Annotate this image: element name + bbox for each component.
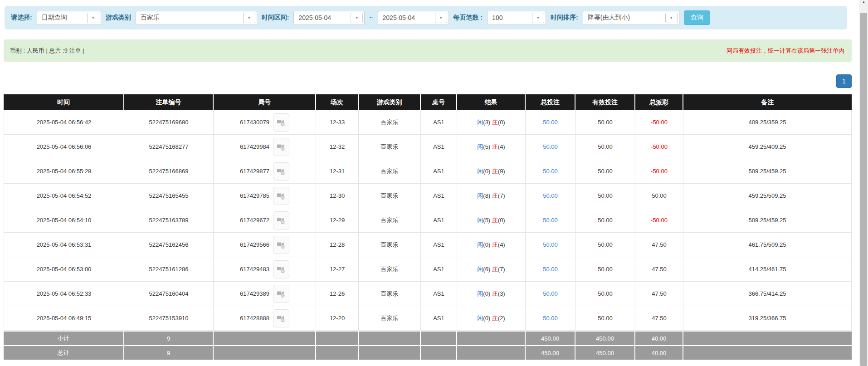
banker-label: 庄 xyxy=(492,266,498,273)
date-from-dropdown[interactable]: 2025-05-04 ▾ xyxy=(293,11,365,25)
remark: 414.25/461.75 xyxy=(683,257,852,282)
video-replay-button[interactable] xyxy=(273,113,289,132)
chevron-down-icon[interactable]: ▾ xyxy=(532,13,544,23)
table-number: AS1 xyxy=(421,233,457,257)
result-cell: 闲(0) 庄(9) xyxy=(457,159,526,184)
valid-bet: 50.00 xyxy=(575,257,635,282)
col-table-no: 桌号 xyxy=(421,94,457,110)
player-score: (0) xyxy=(483,290,490,297)
total-bet-link[interactable]: 50.00 xyxy=(543,315,558,322)
bet-time: 2025-05-04 06:53:31 xyxy=(4,233,124,257)
table-number: AS1 xyxy=(421,306,457,331)
chevron-down-icon[interactable]: ▾ xyxy=(243,13,255,23)
filter-toolbar: 请选择: 日期查询 ▾ 游戏类别 百家乐 ▾ 时间区间: 2025-05-04 … xyxy=(5,6,847,29)
total-bet-link[interactable]: 50.00 xyxy=(543,241,558,248)
session: 12-30 xyxy=(316,184,359,208)
game-category: 百家乐 xyxy=(359,257,421,282)
total-bet-link[interactable]: 50.00 xyxy=(543,266,558,273)
time-sort-label: 时间排序: xyxy=(551,14,578,22)
page-1-button[interactable]: 1 xyxy=(836,74,852,88)
chevron-down-icon[interactable]: ▾ xyxy=(351,13,363,23)
table-header-row: 时间 注单编号 局号 场次 游戏类别 桌号 结果 总投注 有效投注 总派彩 备注 xyxy=(4,94,852,110)
video-replay-button[interactable] xyxy=(273,187,289,205)
total-bet-link[interactable]: 50.00 xyxy=(543,290,558,297)
round-id: 617429785 xyxy=(240,192,269,199)
result-cell: 闲(5) 庄(0) xyxy=(457,208,526,233)
session: 12-28 xyxy=(316,233,359,257)
col-bet-id: 注单编号 xyxy=(124,94,214,110)
player-score: (0) xyxy=(483,241,490,248)
round-id: 617429389 xyxy=(240,290,269,297)
time-sort-dropdown[interactable]: 降幂(由大到小) ▾ xyxy=(583,11,679,25)
video-replay-button[interactable] xyxy=(273,211,289,229)
vertical-scrollbar[interactable]: ▲ xyxy=(859,0,868,366)
result-cell: 闲(8) 庄(7) xyxy=(457,184,526,208)
banker-label: 庄 xyxy=(492,290,498,297)
footer-empty-cell xyxy=(457,331,526,345)
footer-empty-cell xyxy=(316,331,359,345)
table-number: AS1 xyxy=(421,257,457,282)
table-number: AS1 xyxy=(421,110,457,135)
total-bet-cell: 50.00 xyxy=(526,184,575,208)
player-score: (0) xyxy=(483,168,490,175)
date-to-dropdown[interactable]: 2025-05-04 ▾ xyxy=(378,11,449,25)
video-icon xyxy=(277,142,286,151)
select-type-dropdown[interactable]: 日期查询 ▾ xyxy=(37,11,101,25)
scroll-up-arrow-icon[interactable]: ▲ xyxy=(859,0,868,6)
chevron-down-icon[interactable]: ▾ xyxy=(87,13,99,23)
video-replay-button[interactable] xyxy=(273,236,289,254)
payout: 47.50 xyxy=(635,306,683,331)
result-cell: 闲(3) 庄(0) xyxy=(457,110,526,135)
round-cell: 617430079 xyxy=(214,110,316,135)
table-number: AS1 xyxy=(421,282,457,306)
total-bet-link[interactable]: 50.00 xyxy=(543,119,558,126)
game-category-value: 百家乐 xyxy=(136,14,243,22)
remark: 319.25/366.75 xyxy=(683,306,852,331)
banker-score: (9) xyxy=(498,168,505,175)
bet-time: 2025-05-04 06:53:00 xyxy=(4,257,124,282)
banker-label: 庄 xyxy=(492,119,498,126)
chevron-down-icon[interactable]: ▾ xyxy=(435,13,447,23)
col-remark: 备注 xyxy=(683,94,852,110)
game-category: 百家乐 xyxy=(359,306,421,331)
select-type-label: 请选择: xyxy=(11,14,32,22)
total-bet-cell: 50.00 xyxy=(526,110,575,135)
game-category: 百家乐 xyxy=(359,184,421,208)
search-button[interactable]: 查询 xyxy=(684,10,710,25)
chevron-down-icon[interactable]: ▾ xyxy=(665,13,678,23)
video-replay-button[interactable] xyxy=(273,285,289,303)
banker-label: 庄 xyxy=(492,241,498,248)
video-replay-button[interactable] xyxy=(273,138,289,156)
banker-score: (4) xyxy=(498,143,505,150)
valid-bet: 50.00 xyxy=(575,233,635,257)
date-to-value: 2025-05-04 xyxy=(378,14,435,21)
footer-empty-cell xyxy=(457,345,526,360)
total-bet-link[interactable]: 50.00 xyxy=(543,192,558,199)
remark: 366.75/414.25 xyxy=(683,282,852,306)
remark: 459.25/409.25 xyxy=(683,135,852,159)
scrollbar-thumb[interactable] xyxy=(860,13,867,366)
bet-id: 522475161286 xyxy=(124,257,214,282)
banker-label: 庄 xyxy=(492,143,498,150)
bet-id: 522475166869 xyxy=(124,159,214,184)
round-id: 617429672 xyxy=(240,217,269,224)
total-bet-link[interactable]: 50.00 xyxy=(543,168,558,175)
total-bet-link[interactable]: 50.00 xyxy=(543,217,558,224)
page-size-dropdown[interactable]: 100 ▾ xyxy=(487,11,546,25)
video-replay-button[interactable] xyxy=(273,162,289,181)
banker-label: 庄 xyxy=(492,192,498,199)
valid-bet: 50.00 xyxy=(575,282,635,306)
subtotal-payout: 40.00 xyxy=(635,331,683,345)
video-replay-button[interactable] xyxy=(273,309,289,327)
total-bet-link[interactable]: 50.00 xyxy=(543,143,558,150)
player-label: 闲 xyxy=(477,143,483,150)
table-row: 2025-05-04 06:53:31 522475162456 6174295… xyxy=(4,233,852,257)
col-payout: 总派彩 xyxy=(635,94,683,110)
payout: -50.00 xyxy=(635,159,683,184)
video-replay-button[interactable] xyxy=(273,260,289,278)
game-category-dropdown[interactable]: 百家乐 ▾ xyxy=(136,11,257,25)
session: 12-31 xyxy=(316,159,359,184)
table-row: 2025-05-04 06:53:00 522475161286 6174294… xyxy=(4,257,852,282)
round-id: 617429984 xyxy=(240,143,269,150)
video-icon xyxy=(277,314,286,323)
